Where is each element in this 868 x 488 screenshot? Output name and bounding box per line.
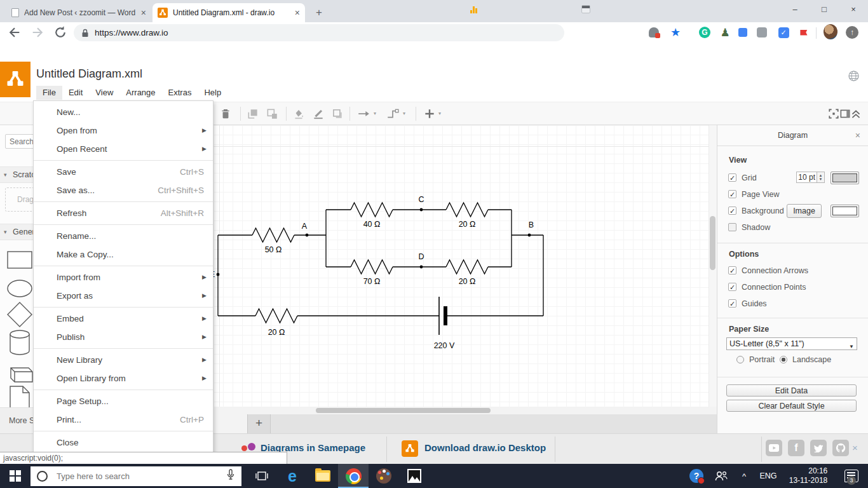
menu-item-publish[interactable]: Publish▶ xyxy=(34,328,213,346)
menu-view[interactable]: View xyxy=(89,86,119,100)
tag-extension-icon[interactable] xyxy=(736,25,750,39)
window-minimize-button[interactable]: – xyxy=(780,0,810,20)
github-icon[interactable] xyxy=(832,440,849,456)
dropdown-icon[interactable]: ▾ xyxy=(374,111,376,116)
profile-avatar[interactable] xyxy=(824,25,837,39)
dropdown-icon[interactable]: ▾ xyxy=(403,111,405,116)
grid-checkbox[interactable]: ✓ xyxy=(728,173,736,182)
menu-item-open-library-from[interactable]: Open Library from▶ xyxy=(34,369,213,388)
delete-icon[interactable] xyxy=(219,107,232,120)
address-bar[interactable]: https://www.draw.io xyxy=(74,24,564,41)
shape-diamond[interactable] xyxy=(5,302,34,327)
circuit-diagram[interactable]: A C D B E 50 Ω 40 Ω 20 Ω 70 Ω 20 Ω 20 Ω … xyxy=(214,125,717,407)
menu-help[interactable]: Help xyxy=(198,86,227,100)
paint-app-icon[interactable] xyxy=(369,464,399,488)
flag-extension-icon[interactable] xyxy=(797,25,811,39)
portrait-radio[interactable] xyxy=(736,356,744,363)
fill-color-icon[interactable] xyxy=(292,107,305,120)
image-button[interactable]: Image xyxy=(787,204,822,218)
grid-size-input[interactable] xyxy=(796,172,817,183)
menu-extras[interactable]: Extras xyxy=(162,86,198,100)
bookmark-star-icon[interactable]: ★ xyxy=(668,25,682,39)
close-icon[interactable]: × xyxy=(141,8,146,18)
close-icon[interactable]: × xyxy=(855,125,860,146)
extension-icon[interactable] xyxy=(647,25,661,39)
horizontal-scrollbar[interactable] xyxy=(214,407,717,414)
shape-rectangle[interactable] xyxy=(5,247,34,273)
menu-item-page-setup[interactable]: Page Setup... xyxy=(34,392,213,410)
close-icon[interactable]: × xyxy=(852,442,858,453)
menu-item-export-as[interactable]: Export as▶ xyxy=(34,287,213,305)
tab-drawio[interactable]: Untitled Diagram.xml - draw.io × xyxy=(153,3,305,22)
menu-item-open-recent[interactable]: Open Recent▶ xyxy=(34,140,213,158)
page-tab-area[interactable] xyxy=(214,414,247,433)
clock[interactable]: 20:16 13-11-2018 xyxy=(782,464,835,488)
chrome-update-icon[interactable]: ↑ xyxy=(845,25,859,39)
scrollbar-thumb[interactable] xyxy=(316,408,491,413)
menu-item-new[interactable]: New... xyxy=(34,103,213,121)
taskbar-search[interactable] xyxy=(31,466,241,486)
menu-item-print[interactable]: Print...Ctrl+P xyxy=(34,410,213,429)
menu-item-refresh[interactable]: RefreshAlt+Shift+R xyxy=(34,204,213,222)
photos-app-icon[interactable] xyxy=(399,464,430,488)
menu-file[interactable]: File xyxy=(36,86,62,100)
help-icon[interactable]: ? xyxy=(684,464,709,488)
language-globe-icon[interactable] xyxy=(848,71,859,84)
download-desktop-link[interactable]: Download draw.io Desktop xyxy=(424,442,546,453)
language-indicator[interactable]: ENG xyxy=(755,464,782,488)
file-explorer-icon[interactable] xyxy=(308,464,338,488)
chrome-icon[interactable] xyxy=(338,464,369,488)
collapse-icon[interactable] xyxy=(850,107,862,120)
to-front-icon[interactable] xyxy=(247,107,259,120)
gray-extension-icon[interactable] xyxy=(755,25,769,39)
shadow-icon[interactable] xyxy=(331,107,344,120)
edit-data-button[interactable]: Edit Data xyxy=(726,384,857,396)
menu-item-save-as[interactable]: Save as...Ctrl+Shift+S xyxy=(34,181,213,200)
menu-item-close[interactable]: Close xyxy=(34,433,213,452)
chess-pawn-icon[interactable]: ♟ xyxy=(718,25,732,39)
tab-word-post[interactable]: Add New Post ‹ zzoomit — Word × xyxy=(6,3,151,22)
menu-edit[interactable]: Edit xyxy=(62,86,89,100)
waypoint-style-icon[interactable] xyxy=(386,107,399,120)
shape-cube[interactable] xyxy=(5,360,34,386)
menu-item-embed[interactable]: Embed▶ xyxy=(34,309,213,328)
insert-icon[interactable] xyxy=(423,107,436,120)
connection-arrows-checkbox[interactable]: ✓ xyxy=(728,266,736,274)
action-center-icon[interactable]: 3 xyxy=(835,464,868,488)
people-icon[interactable] xyxy=(709,464,733,488)
close-icon[interactable]: × xyxy=(295,8,300,18)
format-panel-tab-diagram[interactable]: Diagram xyxy=(717,125,868,146)
forward-icon[interactable] xyxy=(31,25,44,39)
new-tab-button[interactable]: + xyxy=(311,5,327,20)
diagram-canvas[interactable]: A C D B E 50 Ω 40 Ω 20 Ω 70 Ω 20 Ω 20 Ω … xyxy=(214,125,717,407)
menu-item-rename[interactable]: Rename... xyxy=(34,227,213,245)
grid-color-swatch[interactable] xyxy=(831,172,859,184)
page-view-checkbox[interactable]: ✓ xyxy=(728,190,736,198)
add-page-button[interactable]: + xyxy=(247,414,271,433)
vertical-scrollbar[interactable] xyxy=(709,125,717,407)
scrollbar-thumb[interactable] xyxy=(710,216,715,270)
menu-item-make-a-copy[interactable]: Make a Copy... xyxy=(34,245,213,264)
shadow-checkbox[interactable] xyxy=(728,223,736,231)
line-color-icon[interactable] xyxy=(312,107,325,120)
window-maximize-button[interactable]: □ xyxy=(810,0,839,20)
twitter-icon[interactable] xyxy=(810,440,827,456)
paper-size-select[interactable]: US-Letter (8,5" x 11") ▼ xyxy=(726,337,857,350)
menu-item-import-from[interactable]: Import from▶ xyxy=(34,268,213,287)
tray-expand-icon[interactable]: ^ xyxy=(733,464,755,488)
connection-style-icon[interactable] xyxy=(357,107,370,120)
edge-icon[interactable]: e xyxy=(277,464,308,488)
shape-cylinder[interactable] xyxy=(5,330,34,355)
shape-ellipse[interactable] xyxy=(5,276,34,301)
back-icon[interactable] xyxy=(8,25,22,39)
youtube-icon[interactable] xyxy=(766,440,782,456)
task-view-button[interactable] xyxy=(247,464,277,488)
background-checkbox[interactable]: ✓ xyxy=(728,207,736,215)
fullscreen-icon[interactable] xyxy=(827,107,840,120)
menu-item-save[interactable]: SaveCtrl+S xyxy=(34,163,213,181)
facebook-icon[interactable]: f xyxy=(788,440,804,456)
window-close-button[interactable]: × xyxy=(839,0,868,20)
guides-checkbox[interactable]: ✓ xyxy=(728,299,736,308)
to-back-icon[interactable] xyxy=(266,107,278,120)
start-button[interactable] xyxy=(0,464,31,488)
